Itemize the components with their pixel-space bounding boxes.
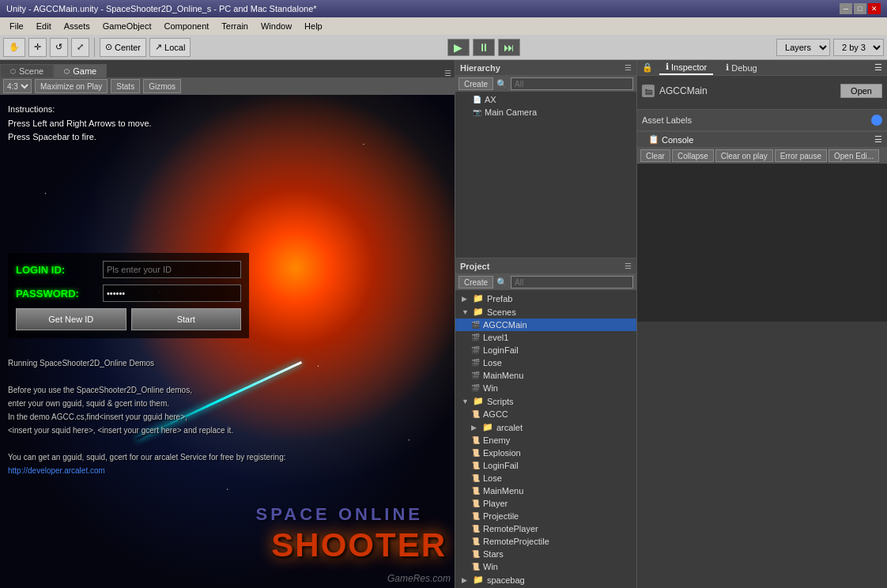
level1-icon: 🎬 (471, 334, 480, 341)
project-item-remoteplayer[interactable]: 📜 RemotePlayer (455, 522, 636, 535)
project-item-arcalet[interactable]: ▶ 📁 arcalet (455, 420, 636, 434)
prefab-arrow: ▶ (462, 295, 470, 303)
project-item-agccmain[interactable]: 🎬 AGCCMain (455, 318, 636, 331)
project-item-spacebag[interactable]: ▶ 📁 spacebag (455, 573, 636, 586)
console-tab[interactable]: 📋 Console (642, 133, 700, 146)
menu-item-terrain[interactable]: Terrain (215, 20, 255, 32)
prefab-folder-icon: 📁 (473, 293, 484, 303)
error-pause-button[interactable]: Error pause (775, 149, 827, 162)
scenes-folder-icon: 📁 (473, 307, 484, 317)
close-button[interactable]: ✕ (868, 3, 881, 14)
separator-1 (94, 38, 95, 57)
stars-icon: 📜 (471, 550, 480, 558)
main-area: ⬡ Scene ⬡ Game ☰ 4:3 Maximize on Play St… (0, 60, 887, 588)
console-panel: 📋 Console ☰ Clear Collapse Clear on play… (637, 131, 887, 322)
rotate-tool-button[interactable]: ↺ (50, 38, 68, 57)
project-panel: Project ☰ Create 🔍 ▶ 📁 Prefab ▼ 📁 (455, 258, 636, 588)
project-item-loginfail[interactable]: 🎬 LoginFail (455, 344, 636, 356)
console-menu-icon[interactable]: ☰ (874, 134, 882, 145)
project-item-prefab[interactable]: ▶ 📁 Prefab (455, 292, 636, 305)
camera-icon: 📷 (473, 108, 481, 116)
hand-tool-button[interactable]: ✋ (3, 38, 25, 57)
debug-tab[interactable]: ℹ Debug (719, 61, 763, 74)
main-toolbar: ✋ ✛ ↺ ⤢ ⊙ Center ↗ Local ▶ ⏸ ⏭ Layers 2 … (0, 35, 887, 60)
get-new-id-button[interactable]: Get New ID (16, 308, 126, 330)
scene-asset-icon: 🎬 (642, 85, 655, 97)
move-tool-button[interactable]: ✛ (28, 38, 47, 57)
game-tab[interactable]: ⬡ Game (54, 64, 107, 77)
start-button[interactable]: Start (131, 308, 242, 330)
project-item-projectile[interactable]: 📜 Projectile (455, 510, 636, 522)
center-button[interactable]: ⊙ Center (100, 38, 146, 57)
game-instructions: Instructions: Press Left and Right Arrow… (8, 103, 152, 145)
menu-item-gameobject[interactable]: GameObject (96, 20, 158, 32)
project-item-remoteprojectile[interactable]: 📜 RemoteProjectile (455, 535, 636, 548)
open-editor-button[interactable]: Open Edi... (828, 149, 879, 162)
project-item-win2[interactable]: 📜 Win (455, 560, 636, 573)
url-link[interactable]: http://developer.arcalet.com (8, 466, 105, 475)
menu-item-component[interactable]: Component (157, 20, 215, 32)
local-button[interactable]: ↗ Local (149, 38, 191, 57)
project-item-mainmenu2[interactable]: 📜 MainMenu (455, 484, 636, 497)
step-button[interactable]: ⏭ (498, 39, 520, 56)
inspector-body: 🎬 AGCCMain Open (637, 76, 887, 106)
menu-item-assets[interactable]: Assets (58, 20, 96, 32)
scale-tool-button[interactable]: ⤢ (71, 38, 89, 57)
project-item-lose2[interactable]: 📜 Lose (455, 472, 636, 484)
minimize-button[interactable]: ─ (840, 3, 852, 14)
inspector-lock-icon[interactable]: 🔒 (642, 62, 653, 73)
project-item-scripts[interactable]: ▼ 📁 Scripts (455, 394, 636, 408)
hierarchy-menu-icon[interactable]: ☰ (625, 63, 632, 72)
asset-color-indicator[interactable] (871, 115, 882, 126)
play-button[interactable]: ▶ (447, 39, 470, 56)
login-buttons: Get New ID Start (16, 308, 241, 330)
hierarchy-search-input[interactable] (511, 77, 633, 90)
clear-on-play-button[interactable]: Clear on play (715, 149, 773, 162)
clear-button[interactable]: Clear (640, 149, 670, 162)
project-item-stars[interactable]: 📜 Stars (455, 548, 636, 560)
project-search-input[interactable] (511, 276, 633, 288)
project-create-button[interactable]: Create (459, 276, 493, 288)
project-item-win[interactable]: 🎬 Win (455, 382, 636, 394)
menu-item-help[interactable]: Help (298, 20, 329, 32)
maximize-button[interactable]: □ (854, 3, 866, 14)
project-item-lose[interactable]: 🎬 Lose (455, 356, 636, 369)
layout-dropdown[interactable]: 2 by 3 (833, 39, 884, 56)
hierarchy-item-ax[interactable]: 📄 AX (455, 93, 636, 106)
mainmenu2-icon: 📜 (471, 487, 480, 495)
gizmos-button[interactable]: Gizmos (143, 79, 181, 93)
stats-button[interactable]: Stats (111, 79, 140, 93)
project-item-player[interactable]: 📜 Player (455, 497, 636, 510)
project-item-enemy[interactable]: 📜 Enemy (455, 434, 636, 447)
project-item-mainmenu[interactable]: 🎬 MainMenu (455, 369, 636, 382)
login-id-input[interactable] (103, 261, 241, 278)
menu-item-window[interactable]: Window (255, 20, 298, 32)
aspect-ratio-select[interactable]: 4:3 (3, 79, 32, 93)
hierarchy-create-button[interactable]: Create (459, 77, 493, 90)
game-view: Instructions: Press Left and Right Arrow… (0, 95, 455, 588)
password-input[interactable] (103, 285, 241, 302)
view-tabs: ⬡ Scene ⬡ Game ☰ (0, 60, 455, 77)
scene-tab[interactable]: ⬡ Scene (0, 64, 54, 77)
inspector-tab[interactable]: ℹ Inspector (659, 60, 713, 75)
game-background: Instructions: Press Left and Right Arrow… (0, 95, 455, 588)
layers-dropdown[interactable]: Layers (776, 39, 830, 56)
pause-button[interactable]: ⏸ (473, 39, 495, 56)
remoteplayer-icon: 📜 (471, 525, 480, 533)
spacebag-folder-icon: 📁 (473, 575, 484, 585)
project-header: Project ☰ (455, 258, 636, 274)
menu-item-file[interactable]: File (3, 20, 30, 32)
maximize-on-play-button[interactable]: Maximize on Play (35, 79, 108, 93)
project-item-explosion[interactable]: 📜 Explosion (455, 447, 636, 459)
project-item-level1[interactable]: 🎬 Level1 (455, 331, 636, 344)
inspector-menu-icon[interactable]: ☰ (874, 62, 882, 73)
console-header: 📋 Console ☰ (637, 132, 887, 148)
project-item-loginfail2[interactable]: 📜 LoginFail (455, 459, 636, 472)
project-item-scenes[interactable]: ▼ 📁 Scenes (455, 305, 636, 318)
collapse-button[interactable]: Collapse (672, 149, 714, 162)
project-menu-icon[interactable]: ☰ (625, 262, 632, 270)
project-item-agcc[interactable]: 📜 AGCC (455, 408, 636, 420)
open-button[interactable]: Open (840, 84, 882, 98)
hierarchy-item-main-camera[interactable]: 📷 Main Camera (455, 106, 636, 119)
menu-item-edit[interactable]: Edit (30, 20, 58, 32)
